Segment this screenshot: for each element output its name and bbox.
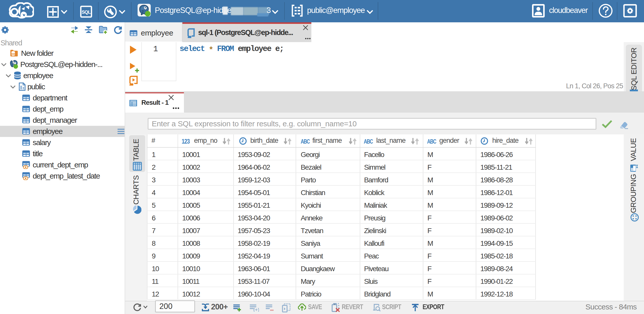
svg-text:SQL: SQL xyxy=(82,9,91,15)
svg-text:(+): (+) xyxy=(253,307,259,312)
